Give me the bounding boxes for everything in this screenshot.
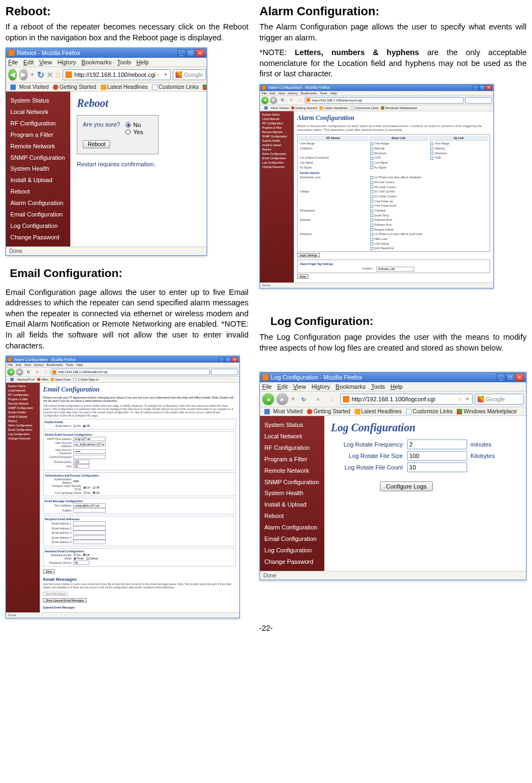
r4-input[interactable] bbox=[73, 535, 106, 540]
maximize-button[interactable]: □ bbox=[506, 374, 515, 381]
sb-item[interactable]: RF Configuration bbox=[264, 442, 320, 454]
sb-item[interactable]: Alarm Configuration bbox=[8, 423, 38, 427]
radio-no[interactable]: No bbox=[125, 122, 143, 128]
sb-item[interactable]: Program a Filter bbox=[262, 125, 292, 130]
minimize-button[interactable]: _ bbox=[219, 357, 225, 362]
smtp-input[interactable] bbox=[73, 437, 106, 441]
sb-item[interactable]: SNMP Configuration bbox=[10, 152, 66, 164]
menu-bookmarks[interactable]: Bookmarks bbox=[82, 59, 112, 65]
log-freq-input[interactable] bbox=[407, 439, 467, 449]
sb-item[interactable]: Install & Upload bbox=[10, 174, 66, 186]
log-count-input[interactable] bbox=[407, 462, 467, 472]
sb-item[interactable]: Install & Upload bbox=[8, 414, 38, 419]
reload-button[interactable]: ↻ bbox=[37, 69, 44, 81]
sb-item[interactable]: SNMP Configuration bbox=[262, 134, 292, 138]
bk-latest[interactable]: Latest Headlines bbox=[101, 84, 148, 90]
sb-item[interactable]: Alarm Configuration bbox=[10, 197, 66, 209]
menu-history[interactable]: History bbox=[34, 363, 44, 366]
home-button[interactable]: ⌂ bbox=[326, 393, 338, 405]
menu-tools[interactable]: Tools bbox=[66, 363, 74, 366]
stop-button[interactable]: ✕ bbox=[33, 368, 41, 376]
bk-savef[interactable]: Save Form bbox=[51, 378, 71, 381]
pass-input[interactable] bbox=[73, 449, 106, 454]
minimize-button[interactable]: _ bbox=[497, 374, 505, 381]
url-box[interactable]: http://192.168.1.100/emailconf.cgi bbox=[51, 369, 210, 375]
search-box[interactable]: Google bbox=[173, 69, 205, 80]
url-box[interactable]: http://192.168.1.100/logconf.cgi ☆ ▼ bbox=[340, 394, 473, 405]
menu-view[interactable]: View bbox=[39, 59, 52, 65]
menu-help[interactable]: Help bbox=[390, 383, 403, 390]
reload-button[interactable]: ↻ bbox=[298, 393, 310, 405]
sb-item[interactable]: Email Configuration bbox=[10, 209, 66, 220]
url-box[interactable]: http://192.168.1.100/reboot.cgi ☆ ▼ bbox=[63, 69, 171, 80]
menu-view[interactable]: View bbox=[293, 383, 306, 390]
configure-logs-button[interactable]: Configure Logs bbox=[380, 481, 433, 491]
bk-click[interactable]: 1-Click Sign-in bbox=[73, 378, 99, 381]
close-button[interactable]: × bbox=[196, 49, 204, 57]
sb-item[interactable]: System Status bbox=[8, 384, 38, 388]
r3-input[interactable] bbox=[73, 531, 106, 535]
sb-item[interactable]: Alarm Configuration bbox=[262, 152, 292, 156]
sb-item[interactable]: System Health bbox=[262, 138, 292, 143]
forward-button[interactable]: ► bbox=[16, 368, 23, 376]
location-input[interactable] bbox=[376, 267, 414, 272]
bk-signup[interactable]: Signup/Profi bbox=[8, 378, 35, 381]
reboot-button[interactable]: Reboot bbox=[83, 140, 110, 148]
stop-button[interactable]: ✕ bbox=[312, 393, 324, 405]
show-queue-button[interactable]: Show Queued Email Messages bbox=[43, 598, 87, 603]
menu-edit[interactable]: Edit bbox=[16, 363, 21, 366]
close-button[interactable]: × bbox=[515, 374, 524, 381]
minimize-button[interactable]: _ bbox=[177, 49, 186, 57]
r5-input[interactable] bbox=[73, 540, 106, 544]
sb-item[interactable]: Local Network bbox=[10, 106, 66, 118]
reload-button[interactable]: ↻ bbox=[25, 368, 32, 376]
reload-button[interactable]: ↻ bbox=[279, 97, 286, 104]
sb-item[interactable]: Remote Network bbox=[8, 401, 38, 406]
subject-input[interactable] bbox=[73, 508, 106, 513]
r2-input[interactable] bbox=[73, 526, 106, 531]
sb-item[interactable]: Program a Filter bbox=[8, 397, 38, 401]
bk-start[interactable]: Getting Started bbox=[53, 84, 96, 90]
sb-item[interactable]: Local Network bbox=[262, 117, 292, 121]
forward-button[interactable]: ► bbox=[276, 393, 288, 405]
hbfreq-input[interactable] bbox=[73, 561, 89, 565]
forward-button[interactable]: ► bbox=[270, 97, 277, 104]
menu-history[interactable]: History bbox=[57, 59, 76, 65]
sb-item[interactable]: Change Password bbox=[10, 232, 66, 243]
menu-view[interactable]: View bbox=[24, 363, 31, 366]
stop-button[interactable]: ✕ bbox=[46, 69, 53, 81]
sb-item[interactable]: System Health bbox=[264, 487, 320, 499]
confirm-input[interactable] bbox=[73, 455, 106, 459]
from-input[interactable] bbox=[73, 503, 106, 508]
minimize-button[interactable]: _ bbox=[473, 85, 479, 90]
menu-file[interactable]: File bbox=[8, 363, 13, 366]
r1-input[interactable] bbox=[73, 521, 106, 526]
menu-bookmarks[interactable]: Bookmarks bbox=[336, 383, 366, 390]
menu-file[interactable]: File bbox=[8, 59, 18, 65]
back-button[interactable]: ◄ bbox=[8, 69, 17, 81]
sb-item[interactable]: Log Configuration bbox=[10, 220, 66, 232]
sb-item[interactable]: Log Configuration bbox=[8, 432, 38, 436]
home-button[interactable]: ⌂ bbox=[42, 368, 50, 376]
sb-item[interactable]: Email Configuration bbox=[8, 427, 38, 432]
sb-item[interactable]: RF Configuration bbox=[10, 118, 66, 129]
sb-item[interactable]: Log Configuration bbox=[262, 160, 292, 165]
bk-custom[interactable]: Customize Links bbox=[152, 84, 198, 90]
send-test-button[interactable]: Send Test Email bbox=[43, 592, 68, 596]
sb-item[interactable]: System Status bbox=[264, 419, 320, 431]
maximize-button[interactable]: □ bbox=[479, 85, 485, 90]
sb-item[interactable]: SNMP Configuration bbox=[264, 477, 320, 488]
menu-tools[interactable]: Tools bbox=[117, 59, 131, 65]
bk-most[interactable]: Most Visited bbox=[8, 84, 49, 90]
close-button[interactable]: × bbox=[232, 357, 238, 362]
menu-edit[interactable]: Edit bbox=[277, 383, 288, 390]
radio-yes[interactable]: Yes bbox=[125, 129, 143, 135]
sb-item[interactable]: RF Configuration bbox=[8, 393, 38, 397]
close-button[interactable]: × bbox=[486, 85, 492, 90]
sb-item[interactable]: System Health bbox=[8, 410, 38, 414]
menu-edit[interactable]: Edit bbox=[23, 59, 34, 65]
timeout-input[interactable] bbox=[73, 460, 89, 464]
alarm-save-button[interactable]: Save bbox=[297, 274, 309, 279]
sb-item[interactable]: Email Configuration bbox=[262, 156, 292, 160]
log-size-input[interactable] bbox=[407, 451, 467, 461]
